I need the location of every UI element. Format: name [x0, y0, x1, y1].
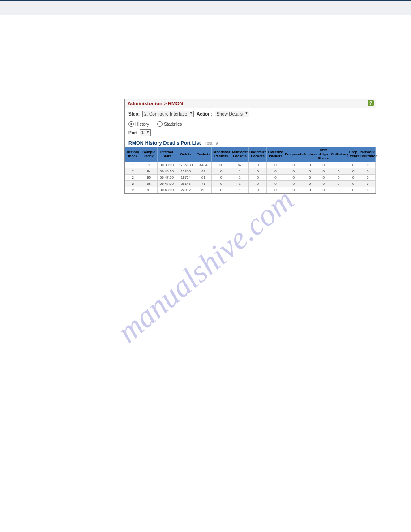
table-header: IntervalStart	[157, 147, 176, 162]
table-cell: 67	[231, 162, 248, 168]
statistics-radio[interactable]	[157, 121, 163, 127]
table-cell: 0	[317, 181, 330, 187]
table-cell: 94	[141, 168, 157, 175]
table-cell: 0	[212, 175, 231, 181]
table-row: 29600:47:3026146710100000000	[125, 181, 376, 187]
table-row: 29400:46:3012870430100000000	[125, 168, 376, 175]
table-cell: 96	[141, 181, 157, 187]
table-cell: 0	[303, 168, 317, 175]
table-cell: 0	[249, 162, 267, 168]
table-cell: 60	[195, 187, 212, 193]
step-label: Step:	[128, 112, 140, 116]
table-header: MulticastPackets	[231, 147, 248, 162]
table-cell: 0	[284, 168, 303, 175]
table-cell: 0	[317, 187, 330, 193]
table-cell: 1	[231, 181, 248, 187]
list-title-text: RMON History Deatils Port List	[128, 140, 201, 146]
table-cell: 0	[212, 187, 231, 193]
table-cell: 0	[249, 187, 267, 193]
statistics-radio-label: Statistics	[164, 122, 182, 127]
table-cell: 43	[195, 168, 212, 175]
table-cell: 00:47:00	[157, 175, 176, 181]
table-cell: 0	[249, 175, 267, 181]
table-cell: 0	[284, 181, 303, 187]
table-cell: 19724	[176, 175, 195, 181]
port-select[interactable]: 1	[140, 129, 151, 136]
config-toolbar: Step: 2. Configure Interface Action: Sho…	[125, 108, 376, 120]
history-table: HistoryIndexSampleIndexIntervalStartOcte…	[125, 147, 376, 193]
table-header-row: HistoryIndexSampleIndexIntervalStartOcte…	[125, 147, 376, 162]
admin-rmon-panel: Administration > RMON ? Step: 2. Configu…	[124, 99, 376, 194]
help-icon[interactable]: ?	[368, 100, 374, 106]
table-cell: 0	[317, 168, 330, 175]
table-cell: 0	[267, 162, 284, 168]
table-row: 1100:00:0017359894434206700000000	[125, 162, 376, 168]
breadcrumb-text: Administration > RMON	[128, 101, 183, 106]
table-header: Collisions	[330, 147, 347, 162]
table-cell: 0	[284, 175, 303, 181]
table-header: HistoryIndex	[125, 147, 141, 162]
watermark-text: manualshive.com	[110, 182, 300, 350]
table-cell: 0	[303, 162, 317, 168]
action-select[interactable]: Show Details	[215, 111, 249, 117]
table-cell: 00:47:30	[157, 181, 176, 187]
table-cell: 22012	[176, 187, 195, 193]
table-cell: 0	[360, 181, 376, 187]
table-header: Fragments	[284, 147, 303, 162]
table-cell: 2	[125, 168, 141, 175]
table-cell: 61	[195, 175, 212, 181]
table-cell: 0	[330, 168, 347, 175]
history-radio[interactable]	[128, 121, 134, 127]
table-cell: 0	[249, 168, 267, 175]
table-cell: 1	[125, 162, 141, 168]
table-cell: 1	[141, 162, 157, 168]
table-cell: 0	[303, 181, 317, 187]
list-title: RMON History Deatils Port List Total: 9	[125, 137, 376, 147]
breadcrumb: Administration > RMON ?	[125, 99, 376, 108]
history-radio-label: History	[135, 122, 149, 127]
table-cell: 0	[347, 175, 360, 181]
table-cell: 71	[195, 181, 212, 187]
table-cell: 2	[125, 187, 141, 193]
table-cell: 0	[330, 181, 347, 187]
table-header: Jabbers	[303, 147, 317, 162]
table-cell: 0	[303, 175, 317, 181]
table-cell: 0	[330, 162, 347, 168]
table-cell: 0	[360, 162, 376, 168]
table-cell: 0	[212, 181, 231, 187]
list-total: Total: 9	[205, 141, 218, 146]
port-label: Port	[128, 130, 137, 135]
table-row: 29700:48:0022012600100000000	[125, 187, 376, 193]
step-select[interactable]: 2. Configure Interface	[142, 111, 194, 117]
table-cell: 0	[317, 162, 330, 168]
table-cell: 0	[267, 175, 284, 181]
table-cell: 00:48:00	[157, 187, 176, 193]
table-cell: 0	[360, 168, 376, 175]
table-cell: 12870	[176, 168, 195, 175]
table-header: OversizePackets	[267, 147, 284, 162]
table-cell: 0	[317, 175, 330, 181]
table-header: SampleIndex	[141, 147, 157, 162]
table-cell: 0	[267, 187, 284, 193]
table-cell: 0	[267, 168, 284, 175]
table-cell: 20	[212, 162, 231, 168]
action-label: Action:	[197, 112, 212, 116]
table-header: Packets	[195, 147, 212, 162]
port-row: Port 1	[125, 128, 376, 137]
table-cell: 0	[347, 187, 360, 193]
table-cell: 0	[347, 168, 360, 175]
table-cell: 0	[360, 187, 376, 193]
table-cell: 0	[347, 162, 360, 168]
table-cell: 0	[267, 181, 284, 187]
table-cell: 0	[360, 175, 376, 181]
table-cell: 0	[303, 187, 317, 193]
table-cell: 0	[330, 175, 347, 181]
table-header: Octets	[176, 147, 195, 162]
table-cell: 2	[125, 175, 141, 181]
table-header: DropEvents	[347, 147, 360, 162]
table-cell: 4434	[195, 162, 212, 168]
table-cell: 0	[284, 187, 303, 193]
table-cell: 1	[231, 168, 248, 175]
table-cell: 1	[231, 187, 248, 193]
page-header	[0, 0, 411, 15]
